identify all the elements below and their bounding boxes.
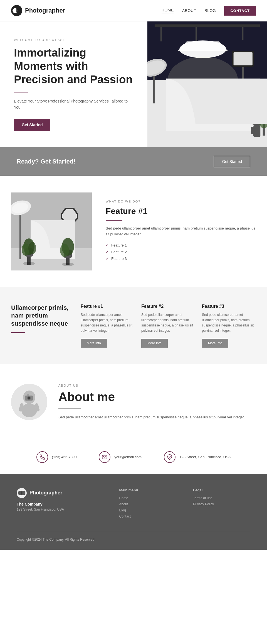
hero-image — [147, 21, 267, 147]
footer-logo-icon — [17, 488, 27, 498]
feature-card-3-more-info-button[interactable]: More Info — [202, 339, 228, 348]
about-section: ABOUT US About me Sed pede ullamcorper a… — [0, 364, 267, 440]
feature-title: Feature #1 — [106, 206, 256, 216]
about-content: ABOUT US About me Sed pede ullamcorper a… — [58, 384, 256, 420]
features-grid-left: Ullamcorper primis, nam pretium suspendi… — [11, 304, 81, 333]
contact-address-text: 123 Street, San Francisco, USA — [179, 455, 231, 459]
feature-card-2: Feature #2 Sed pede ullamcorper amet ull… — [141, 304, 195, 348]
svg-point-45 — [23, 262, 35, 265]
nav-contact-button[interactable]: CONTACT — [224, 6, 256, 16]
footer-logo-text: Photographer — [29, 490, 62, 496]
footer-main-menu-title: Main menu — [119, 488, 177, 492]
svg-rect-28 — [19, 209, 21, 259]
cta-banner-button[interactable]: Get Started — [214, 156, 250, 167]
feature-card-1: Feature #1 Sed pede ullamcorper amet ull… — [81, 304, 135, 348]
contact-email-item: your@email.com — [99, 451, 142, 463]
feature-card-1-more-info-button[interactable]: More Info — [81, 339, 107, 348]
grid-section-title: Ullamcorper primis, nam pretium suspendi… — [11, 304, 70, 328]
check-icon-1: ✓ — [106, 243, 109, 247]
feature-image — [11, 192, 92, 270]
nav-about[interactable]: ABOUT — [182, 8, 196, 13]
footer-link-about[interactable]: About — [119, 502, 177, 506]
footer-link-terms[interactable]: Terms of use — [193, 496, 250, 500]
features-grid-section: Ullamcorper primis, nam pretium suspendi… — [0, 287, 267, 364]
svg-rect-6 — [160, 27, 162, 42]
footer-link-privacy[interactable]: Privacy Policy — [193, 502, 250, 506]
contact-info-section: (123) 456-7890 your@email.com 123 Street… — [0, 440, 267, 474]
list-item: ✓Feature 3 — [106, 256, 256, 261]
svg-point-52 — [28, 397, 30, 399]
svg-rect-17 — [234, 52, 253, 65]
phone-icon — [36, 451, 48, 463]
feature-card-3-desc: Sed pede ullamcorper amet ullamcorper pr… — [202, 312, 256, 334]
contact-phone-text: (123) 456-7890 — [52, 455, 77, 459]
navbar: Photographer HOME ABOUT BLOG CONTACT — [0, 0, 267, 21]
logo-text: Photographer — [25, 7, 65, 14]
grid-divider — [11, 332, 25, 333]
about-title: About me — [58, 390, 256, 404]
hero-content: WELCOME TO OUR WEBSITE Immortalizing Mom… — [0, 21, 147, 147]
svg-point-44 — [60, 244, 69, 257]
nav-blog[interactable]: BLOG — [205, 8, 216, 13]
feature-card-2-title: Feature #2 — [141, 304, 195, 309]
feature-card-3: Feature #3 Sed pede ullamcorper amet ull… — [202, 304, 256, 348]
about-tag: ABOUT US — [58, 384, 256, 387]
feature-description: Sed pede ullamcorper amet ullamcorper pr… — [106, 226, 256, 237]
footer-company-name: The Company — [17, 502, 103, 506]
hero-divider — [14, 92, 28, 92]
svg-point-2 — [16, 8, 21, 13]
feature-card-2-more-info-button[interactable]: More Info — [141, 339, 168, 348]
footer-link-home[interactable]: Home — [119, 496, 177, 500]
check-icon-2: ✓ — [106, 250, 109, 254]
hero-cta-button[interactable]: Get Started — [14, 119, 50, 131]
feature-tag: WHAT DO WE DO? — [106, 200, 256, 203]
nav-links: HOME ABOUT BLOG CONTACT — [162, 6, 256, 16]
svg-point-53 — [21, 403, 37, 417]
footer-link-contact[interactable]: Contact — [119, 514, 177, 518]
feature-card-3-title: Feature #3 — [202, 304, 256, 309]
footer-bottom: Copyright ©2024 The Company, All Rights … — [17, 532, 250, 541]
about-divider — [58, 408, 81, 409]
cta-banner-text: Ready? Get Started! — [17, 158, 76, 165]
hero-description: Elevate Your Story: Professional Photogr… — [14, 98, 134, 111]
footer-main-menu: Main menu Home About Blog Contact — [119, 488, 177, 521]
footer-link-blog[interactable]: Blog — [119, 508, 177, 512]
svg-rect-21 — [251, 127, 255, 134]
nav-home[interactable]: HOME — [162, 8, 174, 13]
cta-banner: Ready? Get Started! Get Started — [0, 147, 267, 176]
contact-address-item: 123 Street, San Francisco, USA — [164, 451, 231, 463]
svg-point-56 — [169, 456, 170, 457]
feature-section: WHAT DO WE DO? Feature #1 Sed pede ullam… — [0, 176, 267, 287]
svg-point-39 — [22, 243, 29, 256]
features-cards: Feature #1 Sed pede ullamcorper amet ull… — [81, 304, 256, 348]
footer-top: Photographer The Company 123 Street, San… — [17, 488, 250, 521]
about-description: Sed pede ullamcorper amet ullamcorper pr… — [58, 414, 256, 420]
feature-list: ✓Feature 1 ✓Feature 2 ✓Feature 3 — [106, 243, 256, 261]
check-icon-3: ✓ — [106, 256, 109, 261]
feature-card-1-desc: Sed pede ullamcorper amet ullamcorper pr… — [81, 312, 135, 334]
footer-address: 123 Street, San Francisco, USA — [17, 508, 103, 511]
location-icon — [164, 451, 175, 463]
svg-point-40 — [28, 242, 36, 254]
list-item: ✓Feature 2 — [106, 250, 256, 254]
svg-point-46 — [62, 263, 74, 266]
hero-section: WELCOME TO OUR WEBSITE Immortalizing Mom… — [0, 21, 267, 147]
feature-card-1-title: Feature #1 — [81, 304, 135, 309]
svg-rect-5 — [155, 25, 260, 27]
logo-icon — [11, 5, 22, 16]
about-avatar — [11, 384, 47, 420]
svg-rect-50 — [27, 394, 29, 396]
footer: Photographer The Company 123 Street, San… — [0, 474, 267, 550]
email-icon — [99, 451, 110, 463]
footer-legal-title: Legal — [193, 488, 250, 492]
features-grid: Ullamcorper primis, nam pretium suspendi… — [11, 304, 256, 348]
contact-email-text: your@email.com — [114, 455, 142, 459]
svg-point-10 — [179, 40, 226, 58]
footer-legal: Legal Terms of use Privacy Policy — [193, 488, 250, 521]
feature-content: WHAT DO WE DO? Feature #1 Sed pede ullam… — [106, 200, 256, 263]
svg-rect-8 — [242, 27, 243, 40]
footer-copyright: Copyright ©2024 The Company, All Rights … — [17, 538, 94, 541]
footer-brand: Photographer The Company 123 Street, San… — [17, 488, 103, 521]
feature-card-2-desc: Sed pede ullamcorper amet ullamcorper pr… — [141, 312, 195, 334]
list-item: ✓Feature 1 — [106, 243, 256, 247]
